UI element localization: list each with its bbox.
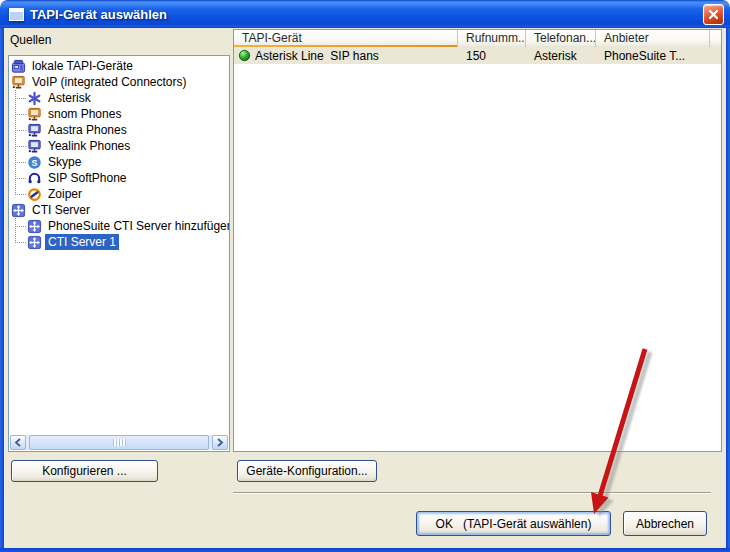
- window-border-left: [0, 28, 4, 552]
- phone-icon: [11, 59, 26, 74]
- tree-item[interactable]: Asterisk: [11, 90, 229, 106]
- close-button[interactable]: [703, 4, 724, 25]
- asterisk-icon: [27, 91, 42, 106]
- tree-item[interactable]: SIP SoftPhone: [11, 170, 229, 186]
- green-led-icon: [238, 49, 251, 62]
- cti-arrows-icon: [11, 203, 26, 218]
- svg-text:S: S: [32, 157, 38, 167]
- title-bar: TAPI-Gerät auswählen: [0, 0, 730, 28]
- tree-item-label: VoIP (integrated Connectors): [29, 74, 190, 90]
- ok-button[interactable]: OK (TAPI-Gerät auswählen): [416, 511, 611, 536]
- table-cell: Asterisk: [526, 49, 596, 63]
- tree-item[interactable]: SSkype: [11, 154, 229, 170]
- column-header[interactable]: TAPI-Gerät: [234, 30, 458, 47]
- zoiper-icon: [27, 187, 42, 202]
- tree-item[interactable]: Zoiper: [11, 186, 229, 202]
- tree-connector: [11, 122, 27, 138]
- sources-tree-panel: lokale TAPI-GeräteVoIP (integrated Conne…: [8, 55, 230, 452]
- scroll-left-button[interactable]: [10, 435, 26, 450]
- device-list-rows: Asterisk Line SIP hans150AsteriskPhoneSu…: [234, 47, 721, 64]
- horizontal-scrollbar[interactable]: [10, 435, 228, 450]
- tree-connector: [11, 218, 27, 234]
- configure-button[interactable]: Konfigurieren ...: [11, 460, 158, 482]
- scroll-right-button[interactable]: [212, 435, 228, 450]
- device-list-header: TAPI-GerätRufnumm...Telefonan...Anbieter: [234, 30, 721, 47]
- tree-item[interactable]: VoIP (integrated Connectors): [11, 74, 229, 90]
- close-icon: [708, 9, 719, 20]
- monitor-blue-icon: [27, 123, 42, 138]
- cti-arrows-icon: [27, 219, 42, 234]
- window-border-bottom: [0, 548, 730, 552]
- tree-connector: [11, 186, 27, 202]
- device-list-panel: TAPI-GerätRufnumm...Telefonan...Anbieter…: [233, 29, 722, 452]
- tree-item-label: CTI Server 1: [45, 234, 119, 250]
- tree-item[interactable]: CTI Server 1: [11, 234, 229, 250]
- column-header-filler: [710, 30, 721, 47]
- headset-icon: [27, 171, 42, 186]
- chevron-right-icon: [216, 438, 224, 447]
- sources-label: Quellen: [10, 33, 51, 47]
- table-cell: PhoneSuite T...: [596, 49, 710, 63]
- tree-item-label: Skype: [45, 154, 84, 170]
- window-title: TAPI-Gerät auswählen: [30, 7, 167, 22]
- tree-connector: [11, 138, 27, 154]
- column-header[interactable]: Anbieter: [596, 30, 710, 47]
- tree-item[interactable]: Yealink Phones: [11, 138, 229, 154]
- tree-connector: [11, 234, 27, 250]
- tree-item[interactable]: PhoneSuite CTI Server hinzufügen...: [11, 218, 229, 234]
- device-configuration-button[interactable]: Geräte-Konfiguration...: [237, 460, 377, 482]
- monitor-orange-icon: [27, 107, 42, 122]
- column-header[interactable]: Telefonan...: [526, 30, 596, 47]
- table-row[interactable]: Asterisk Line SIP hans150AsteriskPhoneSu…: [234, 47, 721, 64]
- tree-item-label: lokale TAPI-Geräte: [29, 58, 136, 74]
- monitor-orange-icon: [11, 75, 26, 90]
- tree-item-label: snom Phones: [45, 106, 124, 122]
- monitor-blue-icon: [27, 139, 42, 154]
- tree-connector: [11, 106, 27, 122]
- tree-connector: [11, 170, 27, 186]
- footer-separator: [233, 492, 711, 494]
- tree-item[interactable]: snom Phones: [11, 106, 229, 122]
- scrollbar-thumb[interactable]: [29, 435, 209, 450]
- window-icon: [9, 8, 24, 21]
- sources-tree: lokale TAPI-GeräteVoIP (integrated Conne…: [9, 56, 229, 434]
- cell-text: Asterisk: [534, 49, 577, 63]
- tree-connector: [11, 154, 27, 170]
- tree-item-label: Yealink Phones: [45, 138, 133, 154]
- skype-icon: S: [27, 155, 42, 170]
- tree-item-label: Zoiper: [45, 186, 85, 202]
- cell-text: 150: [466, 49, 486, 63]
- cancel-button[interactable]: Abbrechen: [623, 511, 707, 536]
- table-cell: 150: [458, 49, 526, 63]
- cell-text: Asterisk Line SIP hans: [255, 49, 379, 63]
- scrollbar-grip: [113, 439, 126, 446]
- scrollbar-track[interactable]: [26, 435, 212, 450]
- tree-item-label: Aastra Phones: [45, 122, 130, 138]
- column-header[interactable]: Rufnumm...: [458, 30, 526, 47]
- tree-item-label: Asterisk: [45, 90, 94, 106]
- tree-connector: [11, 90, 27, 106]
- tapi-select-dialog: TAPI-Gerät auswählen Quellen lokale TAPI…: [0, 0, 730, 552]
- tree-item[interactable]: Aastra Phones: [11, 122, 229, 138]
- cell-text: PhoneSuite T...: [604, 49, 685, 63]
- tree-item-label: SIP SoftPhone: [45, 170, 130, 186]
- cti-arrows-icon: [27, 235, 42, 250]
- window-border-right: [726, 28, 730, 552]
- tree-item-label: CTI Server: [29, 202, 93, 218]
- tree-item[interactable]: CTI Server: [11, 202, 229, 218]
- tree-item-label: PhoneSuite CTI Server hinzufügen...: [45, 218, 229, 234]
- table-cell: Asterisk Line SIP hans: [234, 49, 458, 63]
- chevron-left-icon: [14, 438, 22, 447]
- tree-item[interactable]: lokale TAPI-Geräte: [11, 58, 229, 74]
